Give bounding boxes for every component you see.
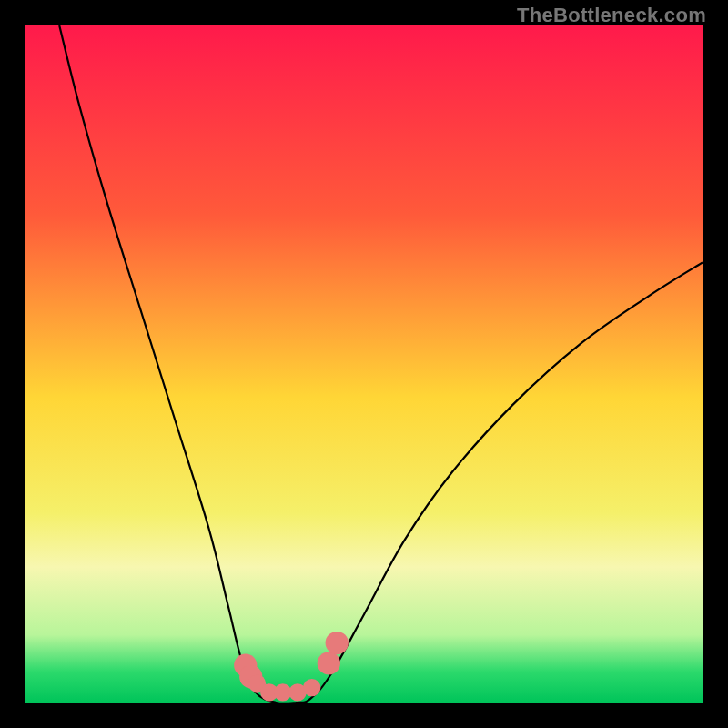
chart-svg xyxy=(25,25,703,703)
plot-area xyxy=(25,25,703,703)
data-point xyxy=(318,652,340,674)
attribution-label: TheBottleneck.com xyxy=(517,4,706,27)
gradient-background xyxy=(25,25,703,703)
chart-container: TheBottleneck.com xyxy=(0,0,728,728)
data-point xyxy=(303,679,320,696)
data-point xyxy=(326,632,349,654)
